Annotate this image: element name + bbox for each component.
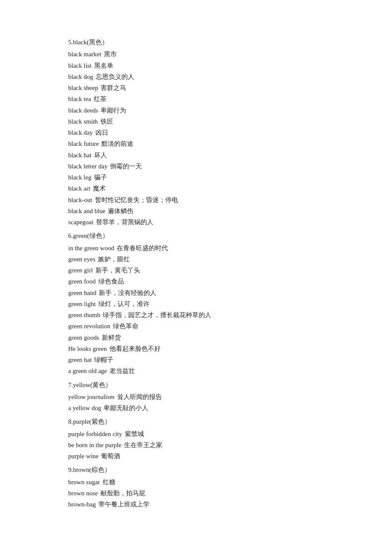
entry-chinese: 红茶 (94, 95, 107, 102)
list-item: black sheep害群之马 (68, 82, 366, 93)
list-item: green girl新手，黄毛丫头 (68, 265, 366, 276)
entry-english: a yellow dog (68, 405, 101, 411)
entry-english: black art (68, 185, 90, 192)
entry-english: a green old age (68, 367, 107, 374)
list-item: black leg骗子 (68, 172, 366, 183)
list-item: black-out暂时性记忆丧失；昏迷；停电 (68, 194, 366, 205)
entry-chinese: 绿色食品 (98, 278, 124, 285)
entry-english: black and blue (68, 208, 105, 214)
section-heading-green: 6.green(绿色） (68, 230, 366, 241)
section-heading-black: 5.black(黑色） (68, 37, 366, 48)
entry-english: black leg (68, 174, 92, 181)
entry-chinese: 骗子 (94, 174, 107, 181)
list-item: purple forbidden city紫禁城 (68, 428, 366, 439)
entry-chinese: 耸人听闻的报告 (117, 393, 162, 400)
entry-chinese: 新手，黄毛丫头 (95, 267, 140, 274)
entry-english: He looks green (68, 345, 107, 352)
entry-chinese: 紫禁城 (125, 431, 144, 437)
entry-english: black market (68, 51, 101, 58)
list-item: black deeds卑鄙行为 (68, 105, 366, 116)
section-heading-yellow: 7.yellow(黄色） (68, 379, 366, 390)
entry-chinese: 黯淡的前途 (101, 140, 133, 147)
entry-english: black day (68, 129, 93, 136)
entry-english: scapegoat (68, 219, 93, 225)
entry-english: green hand (68, 289, 96, 296)
list-item: black art魔术 (68, 183, 366, 194)
entry-chinese: 新鲜货 (102, 334, 121, 341)
list-item: black hat坏人 (68, 150, 366, 161)
list-item: black and blue遍体鳞伤 (68, 205, 366, 217)
entry-chinese: 绿色革命 (113, 323, 138, 330)
entry-chinese: 倒霉的一天 (110, 163, 142, 170)
entry-chinese: 黑市 (104, 51, 117, 58)
content: 5.black(黑色） black market黑市 black list黑名单… (68, 37, 366, 510)
entry-english: brown sugar (68, 479, 100, 486)
entry-chinese: 绿帽子 (94, 356, 113, 363)
entry-chinese: 生在帝王之家 (124, 442, 162, 448)
list-item: green eyes嫉妒，眼红 (68, 254, 366, 265)
list-item: scapegoat替罪羊，背黑锅的人 (68, 217, 366, 228)
entry-english: purple forbidden city (68, 431, 122, 437)
entry-chinese: 绿手指，园艺之才，擅长栽花种草的人 (103, 312, 211, 318)
entry-chinese: 红糖 (103, 479, 115, 486)
entry-english: black smith (68, 118, 98, 125)
entry-chinese: 卑鄙无耻的小人 (104, 405, 148, 411)
list-item: purple wine葡萄酒 (68, 451, 366, 462)
list-item: green hat绿帽子 (68, 354, 366, 365)
entry-chinese: 绿灯，认可，准许 (98, 301, 150, 307)
entry-chinese: 在青春旺盛的时代 (117, 245, 168, 251)
entry-english: brown nose (68, 490, 98, 497)
entry-chinese: 坏人 (94, 152, 107, 159)
entry-chinese: 嫉妒，眼红 (98, 256, 130, 263)
entry-english: black list (68, 62, 92, 69)
entry-english: black future (68, 140, 99, 147)
entry-english: purple wine (68, 453, 98, 460)
list-item: black list黑名单 (68, 60, 366, 71)
entry-english: in the green wood (68, 245, 114, 251)
list-item: green revolution绿色革命 (68, 321, 366, 332)
entry-english: black tea (68, 95, 91, 102)
entry-chinese: 老当益壮 (110, 367, 135, 374)
entry-chinese: 卑鄙行为 (101, 107, 126, 114)
entry-english: black dog (68, 73, 93, 80)
list-item: black tea红茶 (68, 93, 366, 104)
list-item: yellow journalism耸人听闻的报告 (68, 391, 366, 402)
entry-chinese: 新手，没有经验的人 (99, 289, 156, 296)
entry-chinese: 暂时性记忆丧失；昏迷；停电 (95, 197, 178, 203)
entry-chinese: 葡萄酒 (101, 453, 120, 460)
list-item: in the green wood在青春旺盛的时代 (68, 243, 366, 254)
entry-english: green thumb (68, 312, 100, 318)
list-item: brown sugar红糖 (68, 477, 366, 488)
list-item: a yellow dog卑鄙无耻的小人 (68, 402, 366, 413)
entry-chinese: 凶日 (95, 129, 108, 136)
entry-english: green revolution (68, 323, 110, 330)
entry-english: green hat (68, 356, 92, 363)
entry-chinese: 魔术 (93, 185, 106, 192)
list-item: green thumb绿手指，园艺之才，擅长栽花种草的人 (68, 309, 366, 321)
list-item: be born in the purple生在帝王之家 (68, 439, 366, 451)
entry-english: green eyes (68, 256, 95, 263)
entry-chinese: 替罪羊，背黑锅的人 (96, 219, 153, 225)
entry-chinese: 献殷勤，拍马屁 (101, 490, 145, 497)
entry-english: green food (68, 278, 96, 285)
list-item: a green old age老当益壮 (68, 365, 366, 376)
entry-chinese: 铁匠 (101, 118, 113, 125)
entry-english: be born in the purple (68, 442, 121, 448)
entry-english: black sheep (68, 84, 98, 91)
list-item: green goods新鲜货 (68, 332, 366, 343)
list-item: black day凶日 (68, 127, 366, 138)
entry-english: yellow journalism (68, 393, 115, 400)
list-item: black dog忘恩负义的人 (68, 71, 366, 82)
list-item: He looks green他看起来脸色不好 (68, 343, 366, 354)
list-item: green light绿灯，认可，准许 (68, 298, 366, 309)
list-item: black market黑市 (68, 49, 366, 60)
entry-english: black deeds (68, 107, 98, 114)
entry-chinese: 忘恩负义的人 (96, 73, 134, 80)
list-item: brown-bag带午餐上班或上学 (68, 499, 366, 510)
list-item: black future黯淡的前途 (68, 138, 366, 149)
section-heading-brown: 9.brown(棕色） (68, 464, 366, 475)
list-item: brown nose献殷勤，拍马屁 (68, 488, 366, 499)
list-item: black smith铁匠 (68, 116, 366, 127)
section-heading-purple: 8.purple(紫色） (68, 416, 366, 427)
entry-english: green light (68, 301, 96, 307)
